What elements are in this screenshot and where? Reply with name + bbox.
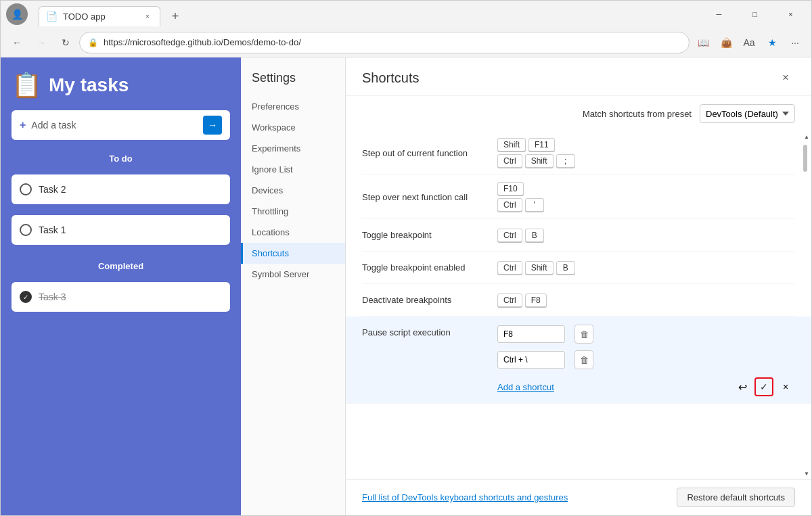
maximize-button[interactable]: □ xyxy=(740,4,770,24)
shortcut-row-step-over: Step over next function call F10 Ctrl ' xyxy=(362,175,795,219)
shortcut-key-input-2[interactable]: Ctrl + \ xyxy=(497,351,565,369)
shortcut-keys: F8 🗑 Ctrl + \ 🗑 Add a shortcut ↩ xyxy=(497,325,795,396)
address-bar[interactable]: 🔒 https://microsoftedge.github.io/Demos/… xyxy=(79,32,690,53)
settings-nav-throttling[interactable]: Throttling xyxy=(241,201,345,222)
task-checkbox[interactable] xyxy=(20,183,32,195)
preset-row: Match shortcuts from preset DevTools (De… xyxy=(346,96,811,131)
task-text: Task 1 xyxy=(39,225,66,235)
key-badge: Shift xyxy=(525,261,554,275)
completed-section-label: Completed xyxy=(12,261,230,271)
shortcut-name: Toggle breakpoint enabled xyxy=(362,262,497,273)
read-aloud-button[interactable]: 📖 xyxy=(692,32,714,53)
shortcut-key-input-1[interactable]: F8 xyxy=(497,325,565,343)
shortcut-keys: F10 Ctrl ' xyxy=(497,182,795,212)
key-badge: Ctrl xyxy=(497,229,522,242)
key-badge: Ctrl xyxy=(497,154,522,168)
shortcut-row-toggle-breakpoint-enabled: Toggle breakpoint enabled Ctrl Shift B xyxy=(362,252,795,284)
settings-nav-preferences[interactable]: Preferences xyxy=(241,96,345,117)
shortcut-name: Step over next function call xyxy=(362,192,497,202)
add-task-button[interactable]: → xyxy=(203,116,222,135)
collections-button[interactable]: 👜 xyxy=(715,32,737,53)
forward-button[interactable]: → xyxy=(30,32,52,53)
key-badge: Ctrl xyxy=(497,198,522,212)
list-item[interactable]: Task 2 xyxy=(12,174,230,204)
key-group: Ctrl Shift B xyxy=(497,261,795,275)
profile-icon[interactable]: 👤 xyxy=(6,3,28,25)
task-checkbox-done[interactable]: ✓ xyxy=(20,291,32,303)
settings-nav-ignore-list[interactable]: Ignore List xyxy=(241,159,345,180)
window-controls: ─ □ × xyxy=(704,4,806,24)
shortcuts-panel: Shortcuts × Match shortcuts from preset … xyxy=(346,57,811,515)
shortcut-row-pause-script: Pause script execution F8 🗑 Ctrl + \ 🗑 xyxy=(346,316,811,404)
scroll-area: ▲ xyxy=(803,131,810,172)
task-checkbox[interactable] xyxy=(20,224,32,236)
discard-button[interactable]: × xyxy=(776,377,795,396)
scroll-down-button[interactable]: ▼ xyxy=(803,468,810,479)
todo-header: 📋 My tasks xyxy=(12,71,230,99)
key-badge: F10 xyxy=(497,182,524,195)
confirm-button[interactable]: ✓ xyxy=(754,377,773,396)
scroll-up-button[interactable]: ▲ xyxy=(803,131,810,142)
settings-nav-symbol-server[interactable]: Symbol Server xyxy=(241,264,345,285)
settings-nav-devices[interactable]: Devices xyxy=(241,180,345,201)
settings-nav-locations[interactable]: Locations xyxy=(241,222,345,243)
delete-shortcut-button-2[interactable]: 🗑 xyxy=(574,350,593,369)
shortcuts-header: Shortcuts × xyxy=(346,57,811,96)
shortcut-row-toggle-breakpoint: Toggle breakpoint Ctrl B xyxy=(362,219,795,252)
task-text-done: Task 3 xyxy=(39,291,66,302)
full-list-link[interactable]: Full list of DevTools keyboard shortcuts… xyxy=(362,492,568,502)
key-badge: ; xyxy=(556,154,575,168)
key-group: Ctrl Shift ; xyxy=(497,154,795,168)
shortcuts-title: Shortcuts xyxy=(362,70,419,86)
new-tab-button[interactable]: + xyxy=(166,7,185,26)
key-group: Shift F11 xyxy=(497,138,795,151)
settings-nav-workspace[interactable]: Workspace xyxy=(241,117,345,138)
tab-bar: 📄 TODO app × + xyxy=(33,3,698,26)
shortcut-name: Toggle breakpoint xyxy=(362,230,497,240)
todo-title: My tasks xyxy=(49,74,129,96)
add-shortcut-link[interactable]: Add a shortcut xyxy=(497,382,554,392)
tab-title: TODO app xyxy=(63,11,137,22)
scroll-thumb[interactable] xyxy=(803,145,807,172)
todo-add-input[interactable]: + Add a task → xyxy=(12,110,230,140)
add-plus-icon: + xyxy=(20,119,26,131)
shortcut-name: Deactivate breakpoints xyxy=(362,295,497,305)
settings-nav-experiments[interactable]: Experiments xyxy=(241,138,345,159)
shortcut-keys: Shift F11 Ctrl Shift ; xyxy=(497,138,795,168)
active-tab[interactable]: 📄 TODO app × xyxy=(39,6,160,26)
shortcut-keys: Ctrl F8 xyxy=(497,294,795,307)
refresh-button[interactable]: ↻ xyxy=(55,32,76,53)
list-item[interactable]: ✓ Task 3 xyxy=(12,282,230,312)
immersive-reader-button[interactable]: Aa xyxy=(738,32,760,53)
preset-select[interactable]: DevTools (Default) xyxy=(700,104,795,123)
task-text: Task 2 xyxy=(39,184,66,195)
key-badge: Shift xyxy=(525,154,554,168)
restore-defaults-button[interactable]: Restore default shortcuts xyxy=(677,488,795,507)
shortcuts-footer: Full list of DevTools keyboard shortcuts… xyxy=(346,479,811,515)
add-shortcut-row: Add a shortcut ↩ ✓ × xyxy=(497,377,795,396)
list-item[interactable]: Task 1 xyxy=(12,215,230,245)
tab-close-button[interactable]: × xyxy=(142,11,153,22)
settings-nav-shortcuts[interactable]: Shortcuts xyxy=(241,243,345,264)
row-action-buttons: ↩ ✓ × xyxy=(733,377,795,396)
revert-button[interactable]: ↩ xyxy=(733,377,752,396)
key-badge: Shift xyxy=(497,138,526,151)
favorites-button[interactable]: ★ xyxy=(761,32,783,53)
shortcuts-close-button[interactable]: × xyxy=(776,68,795,87)
back-button[interactable]: ← xyxy=(6,32,28,53)
shortcut-row-step-out: Step out of current function Shift F11 C… xyxy=(362,131,795,175)
tab-favicon: 📄 xyxy=(46,11,58,22)
todo-sidebar: 📋 My tasks + Add a task → To do Task 2 T… xyxy=(1,57,241,515)
settings-more-button[interactable]: ··· xyxy=(784,32,806,53)
minimize-button[interactable]: ─ xyxy=(704,4,734,24)
browser-frame: 👤 📄 TODO app × + ─ □ × ← → ↻ 🔒 https://m… xyxy=(0,0,812,516)
nav-actions: 📖 👜 Aa ★ ··· xyxy=(692,32,806,53)
settings-title: Settings xyxy=(241,66,345,96)
preset-label: Match shortcuts from preset xyxy=(583,109,692,119)
close-button[interactable]: × xyxy=(775,4,806,24)
input-row: F8 🗑 xyxy=(497,325,795,344)
delete-shortcut-button-1[interactable]: 🗑 xyxy=(574,325,593,344)
address-text: https://microsoftedge.github.io/Demos/de… xyxy=(104,37,681,47)
key-badge: B xyxy=(556,261,575,275)
nav-bar: ← → ↻ 🔒 https://microsoftedge.github.io/… xyxy=(1,28,811,57)
